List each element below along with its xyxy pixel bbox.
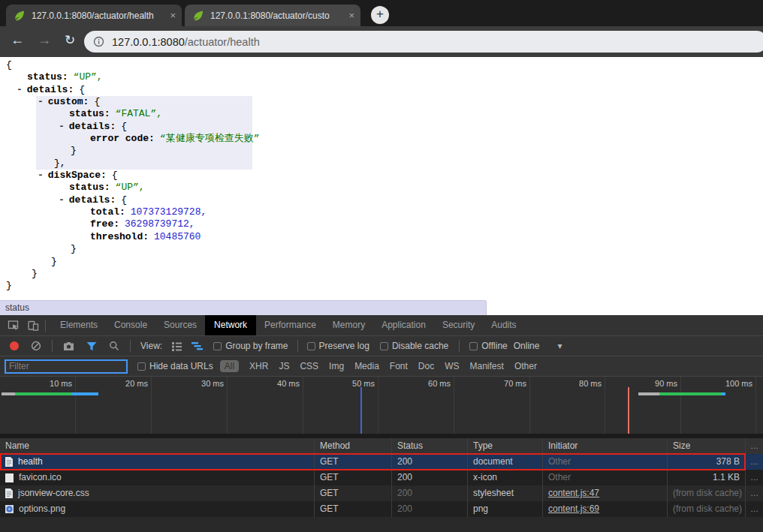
- initiator-link[interactable]: content.js:69: [548, 503, 599, 514]
- disable-cache-checkbox[interactable]: Disable cache: [380, 341, 448, 351]
- reload-icon[interactable]: ↻: [65, 32, 75, 48]
- tab-performance[interactable]: Performance: [264, 315, 316, 335]
- search-icon[interactable]: [109, 341, 119, 351]
- url-text: 127.0.0.1:8080/actuator/health: [112, 36, 260, 48]
- filter-category-manifest[interactable]: Manifest: [470, 361, 504, 371]
- json-line: -custom:{: [0, 96, 763, 108]
- column-header-type[interactable]: Type: [468, 438, 543, 454]
- filter-category-css[interactable]: CSS: [300, 361, 318, 371]
- column-overflow[interactable]: …: [746, 438, 763, 454]
- tab-console[interactable]: Console: [114, 315, 147, 335]
- offline-checkbox[interactable]: Offline: [469, 341, 507, 351]
- browser-tab-health[interactable]: 127.0.0.1:8080/actuator/health ×: [6, 5, 182, 26]
- json-line: }: [0, 280, 763, 292]
- json-line: }: [0, 256, 763, 268]
- hide-data-urls-checkbox[interactable]: Hide data URLs: [137, 361, 213, 371]
- collapse-toggle[interactable]: -: [38, 170, 44, 181]
- filter-category-xhr[interactable]: XHR: [249, 361, 268, 371]
- forward-icon[interactable]: →: [38, 32, 51, 48]
- filter-category-media[interactable]: Media: [354, 361, 379, 371]
- column-header-size[interactable]: Size: [668, 438, 746, 454]
- spring-leaf-icon: [192, 10, 204, 22]
- tab-close-icon[interactable]: ×: [348, 10, 354, 21]
- json-line: -details:{: [0, 84, 763, 96]
- checkbox-icon[interactable]: [137, 362, 146, 371]
- initiator-link[interactable]: content.js:47: [548, 488, 599, 498]
- load-event-marker: [628, 387, 629, 434]
- timeline-gridline: [227, 377, 228, 434]
- collapse-toggle[interactable]: -: [17, 84, 23, 95]
- device-toolbar-icon[interactable]: [27, 320, 39, 332]
- browser-toolbar: ← → ↻ 127.0.0.1:8080/actuator/health: [0, 26, 763, 57]
- column-header-status[interactable]: Status: [392, 438, 468, 454]
- waterfall-icon[interactable]: [192, 341, 203, 351]
- info-icon[interactable]: [93, 36, 104, 47]
- tab-application[interactable]: Application: [382, 315, 426, 335]
- waterfall-bar-segment: [15, 392, 72, 395]
- browser-tab-custom[interactable]: 127.0.0.1:8080/actuator/custo ×: [185, 5, 360, 26]
- filter-input[interactable]: [5, 359, 128, 374]
- checkbox-icon[interactable]: [380, 342, 388, 350]
- table-empty-stripe: [0, 517, 763, 532]
- json-line: }: [0, 145, 763, 157]
- new-tab-button[interactable]: +: [371, 6, 389, 24]
- domcontentloaded-marker: [360, 387, 362, 434]
- checkbox-icon[interactable]: [307, 342, 315, 350]
- filter-category-all[interactable]: All: [220, 360, 239, 372]
- json-line: -details:{: [0, 121, 763, 133]
- inspect-element-icon[interactable]: [8, 320, 20, 332]
- checkbox-icon[interactable]: [213, 342, 222, 350]
- tab-audits[interactable]: Audits: [491, 315, 516, 335]
- collapse-toggle[interactable]: -: [59, 121, 65, 132]
- tab-close-icon[interactable]: ×: [170, 10, 176, 21]
- chevron-down-icon[interactable]: ▾: [557, 341, 562, 351]
- table-row-options-png[interactable]: options.png GET 200 png content.js:69 (f…: [0, 501, 763, 517]
- address-bar[interactable]: 127.0.0.1:8080/actuator/health: [84, 31, 763, 53]
- json-line: {: [0, 59, 763, 71]
- table-row-jsonview-core-css[interactable]: jsonview-core.css GET 200 stylesheet con…: [0, 485, 763, 501]
- filter-funnel-icon[interactable]: [86, 341, 97, 351]
- filter-category-other[interactable]: Other: [514, 361, 537, 371]
- tab-sources[interactable]: Sources: [164, 315, 197, 335]
- column-header-initiator[interactable]: Initiator: [543, 438, 668, 454]
- filter-category-font[interactable]: Font: [390, 361, 408, 371]
- screenshot-camera-icon[interactable]: [63, 341, 74, 351]
- throttling-select[interactable]: Online: [514, 341, 540, 351]
- filter-category-doc[interactable]: Doc: [418, 361, 434, 371]
- filter-category-ws[interactable]: WS: [445, 361, 459, 371]
- json-line: threshold:10485760: [0, 231, 763, 243]
- record-button[interactable]: [10, 341, 19, 350]
- waterfall-bar-segment: [2, 392, 15, 395]
- image-placeholder-icon: [5, 473, 14, 482]
- view-list-icon[interactable]: [171, 341, 182, 351]
- table-row-health[interactable]: health GET 200 document Other 378 B …: [0, 454, 763, 470]
- tab-network[interactable]: Network: [205, 315, 256, 335]
- tab-elements[interactable]: Elements: [60, 315, 98, 335]
- checkbox-icon[interactable]: [469, 342, 478, 350]
- tab-title: 127.0.0.1:8080/actuator/custo: [210, 11, 344, 21]
- divider: [52, 340, 53, 352]
- network-overview-timeline[interactable]: 10 ms 20 ms 30 ms 40 ms 50 ms 60 ms 70 m…: [0, 376, 763, 434]
- clear-icon[interactable]: [31, 341, 41, 351]
- group-by-frame-checkbox[interactable]: Group by frame: [213, 341, 288, 351]
- json-line: status:“FATAL”,: [0, 108, 763, 120]
- table-row-favicon[interactable]: favicon.ico GET 200 x-icon Other 1.1 KB …: [0, 470, 763, 485]
- json-line: }: [0, 243, 763, 255]
- timeline-gridline: [605, 377, 605, 434]
- spring-leaf-icon: [14, 10, 26, 22]
- timeline-tick-label: 70 ms: [474, 379, 526, 388]
- back-icon[interactable]: ←: [11, 32, 24, 48]
- filter-category-js[interactable]: JS: [279, 361, 289, 371]
- stylesheet-icon: [5, 488, 13, 498]
- column-header-name[interactable]: Name: [0, 438, 315, 454]
- tab-memory[interactable]: Memory: [333, 315, 365, 335]
- tab-security[interactable]: Security: [442, 315, 475, 335]
- filter-category-img[interactable]: Img: [329, 361, 344, 371]
- divider: [459, 340, 460, 352]
- timeline-tick-label: 40 ms: [247, 379, 300, 388]
- preserve-log-checkbox[interactable]: Preserve log: [307, 341, 369, 351]
- column-header-method[interactable]: Method: [315, 438, 392, 454]
- collapse-toggle[interactable]: -: [59, 194, 65, 206]
- timeline-tick-label: 90 ms: [625, 379, 677, 388]
- collapse-toggle[interactable]: -: [38, 96, 44, 107]
